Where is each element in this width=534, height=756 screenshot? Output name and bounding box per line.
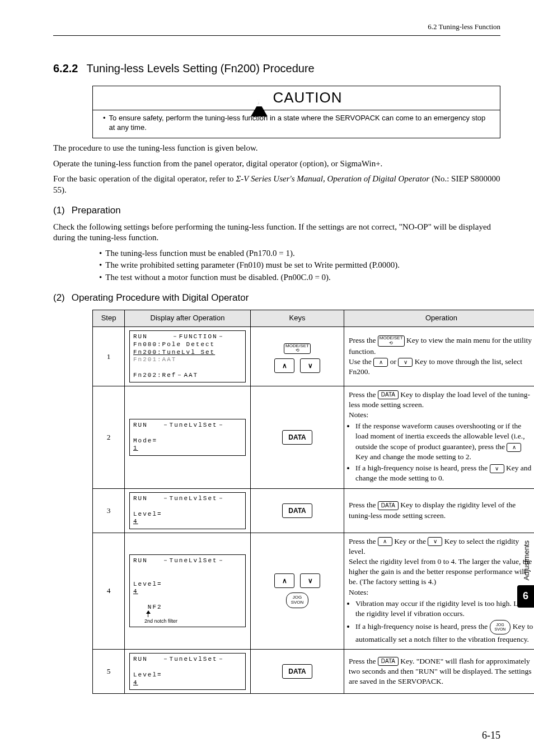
- op-text: If the response waveform causes overshoo…: [355, 422, 525, 450]
- intro-p3: For the basic operation of the digital o…: [53, 174, 500, 195]
- sub1-b1-text: The tuning-less function must be enabled…: [105, 248, 294, 259]
- caution-text: To ensure safety, perform the tuning-les…: [109, 114, 493, 133]
- operation-cell: Press the DATA Key. "DONE" will flash fo…: [344, 649, 535, 693]
- modeset-key-inline-icon: MODE/SET⟲: [378, 335, 405, 347]
- operation-cell: Press the MODE/SET⟲ Key to view the main…: [344, 327, 535, 386]
- list-item: If the response waveform causes overshoo…: [355, 421, 534, 462]
- op-text: If a high-frequency noise is heard, pres…: [355, 464, 490, 472]
- op-text: Key or the: [392, 537, 428, 545]
- sub1-b3-text: The test without a motor function must b…: [105, 272, 331, 283]
- up-key-icon: ∧: [274, 573, 294, 588]
- op-text: Press the: [349, 336, 378, 344]
- bullet: •: [103, 114, 106, 133]
- operation-cell: Press the DATA Key to display the rigidi…: [344, 488, 535, 533]
- side-tab-chapter: 6: [517, 585, 534, 608]
- op-text: or: [388, 357, 398, 366]
- op-text: Key and change the mode setting to 2.: [355, 452, 471, 461]
- keys-cell: MODE/SET⟲ ∧ ∨: [251, 327, 344, 386]
- down-key-inline-icon: ∨: [490, 464, 504, 473]
- list-item: Vibration may occur if the rigidity leve…: [355, 599, 534, 619]
- step-num: 1: [93, 327, 125, 386]
- op-text: Press the: [349, 390, 378, 399]
- subheading-1-num: (1): [53, 204, 65, 217]
- procedure-table: Step Display after Operation Keys Operat…: [92, 310, 534, 694]
- keys-cell: DATA: [251, 649, 344, 693]
- th-operation: Operation: [344, 310, 535, 327]
- intro-p3-italic: Σ-V Series User's Manual, Operation of D…: [236, 174, 429, 183]
- subheading-1-title: Preparation: [72, 204, 121, 217]
- up-key-inline-icon: ∧: [373, 358, 388, 367]
- modeset-key-icon: MODE/SET⟲: [284, 343, 311, 354]
- operation-cell: Press the DATA Key to display the load l…: [344, 386, 535, 488]
- jog-svon-key-inline-icon: JOGSVON: [490, 620, 511, 634]
- step-num: 2: [93, 386, 125, 488]
- down-key-inline-icon: ∨: [428, 537, 442, 546]
- table-row: 5 RUN －TuneLvlSet－ Level=4 DATA Press th…: [93, 649, 535, 693]
- section-title: Tuning-less Levels Setting (Fn200) Proce…: [86, 62, 314, 74]
- jog-svon-key-icon: JOG SVON: [286, 592, 309, 608]
- subheading-1: (1) Preparation: [53, 204, 500, 217]
- up-key-inline-icon: ∧: [507, 443, 521, 452]
- subheading-2-title: Operating Procedure with Digital Operato…: [72, 292, 249, 304]
- notes-list: Vibration may occur if the rigidity leve…: [349, 599, 534, 645]
- sub1-bullet-1: •The tuning-less function must be enable…: [99, 248, 500, 259]
- data-key-inline-icon: DATA: [378, 390, 399, 399]
- op-text: Press the: [349, 657, 378, 665]
- table-row: 1 RUN －FUNCTION－ Fn080:Pole Detect Fn200…: [93, 327, 535, 386]
- lcd-screen: RUN －TuneLvlSet－ Level=4: [129, 653, 246, 690]
- table-row: 3 RUN －TuneLvlSet－ Level=4 DATA Press th…: [93, 488, 535, 533]
- intro-p3a: For the basic operation of the digital o…: [53, 174, 236, 183]
- display-cell: RUN －TuneLvlSet－ Level=4 NF2 2nd notch f…: [125, 533, 251, 649]
- down-key-icon: ∨: [300, 573, 320, 588]
- lcd-screen: RUN －TuneLvlSet－ Mode=1: [129, 419, 246, 456]
- table-row: 2 RUN －TuneLvlSet－ Mode=1 DATA Press the…: [93, 386, 535, 488]
- step-num: 5: [93, 649, 125, 693]
- sub1-bullet-3: •The test without a motor function must …: [99, 272, 500, 283]
- lcd-screen: RUN －FUNCTION－ Fn080:Pole Detect Fn200:T…: [129, 330, 246, 382]
- op-text: Press the: [349, 537, 378, 545]
- step-num: 4: [93, 533, 125, 649]
- intro-p1: The procedure to use the tuning-less fun…: [53, 143, 500, 154]
- sub1-b2-text: The write prohibited setting parameter (…: [105, 260, 400, 271]
- table-header-row: Step Display after Operation Keys Operat…: [93, 310, 535, 327]
- data-key-icon: DATA: [282, 503, 312, 518]
- side-tab-label: Adjustments: [522, 540, 532, 581]
- page-header-right: 6.2 Tuning-less Function: [53, 22, 500, 32]
- caution-body: • To ensure safety, perform the tuning-l…: [93, 110, 500, 138]
- op-text: Press the: [349, 501, 378, 509]
- lcd-screen: RUN －TuneLvlSet－ Level=4 NF2 2nd notch f…: [129, 554, 246, 627]
- display-cell: RUN －TuneLvlSet－ Mode=1: [125, 386, 251, 488]
- display-cell: RUN －TuneLvlSet－ Level=4: [125, 488, 251, 533]
- keys-cell: DATA: [251, 386, 344, 488]
- table-row: 4 RUN －TuneLvlSet－ Level=4 NF2 2nd notch…: [93, 533, 535, 649]
- intro-p2: Operate the tuning-less function from th…: [53, 158, 500, 170]
- th-step: Step: [93, 310, 125, 327]
- th-keys: Keys: [251, 310, 344, 327]
- sub1-lead: Check the following settings before perf…: [53, 222, 500, 244]
- step-num: 3: [93, 488, 125, 533]
- lcd-line: RUN －TuneLvlSet－: [133, 557, 242, 565]
- notes-label: Notes:: [349, 588, 368, 596]
- operation-cell: Press the ∧ Key or the ∨ Key to select t…: [344, 533, 535, 649]
- caution-header: CAUTION: [93, 86, 500, 110]
- up-key-icon: ∧: [274, 358, 294, 373]
- notes-label: Notes:: [349, 410, 368, 419]
- page-number: 6-15: [482, 729, 500, 742]
- display-cell: RUN －FUNCTION－ Fn080:Pole Detect Fn200:T…: [125, 327, 251, 386]
- sub1-bullet-2: •The write prohibited setting parameter …: [99, 260, 500, 271]
- op-text: If a high-frequency noise is heard, pres…: [355, 622, 490, 631]
- th-display: Display after Operation: [125, 310, 251, 327]
- subheading-2-num: (2): [53, 292, 65, 304]
- up-key-inline-icon: ∧: [378, 537, 392, 546]
- section-number: 6.2.2: [53, 62, 78, 74]
- data-key-icon: DATA: [282, 430, 312, 445]
- data-key-inline-icon: DATA: [378, 501, 399, 510]
- caution-box: CAUTION • To ensure safety, perform the …: [92, 86, 500, 139]
- section-heading: 6.2.2 Tuning-less Levels Setting (Fn200)…: [53, 61, 500, 76]
- notes-list: If the response waveform causes overshoo…: [349, 421, 534, 483]
- op-text: Use the: [349, 357, 373, 366]
- side-tab: Adjustments 6: [519, 540, 534, 608]
- header-rule: [53, 35, 500, 36]
- arrow-annotation: 2nd notch filter: [144, 618, 242, 624]
- list-item: If a high-frequency noise is heard, pres…: [355, 463, 534, 483]
